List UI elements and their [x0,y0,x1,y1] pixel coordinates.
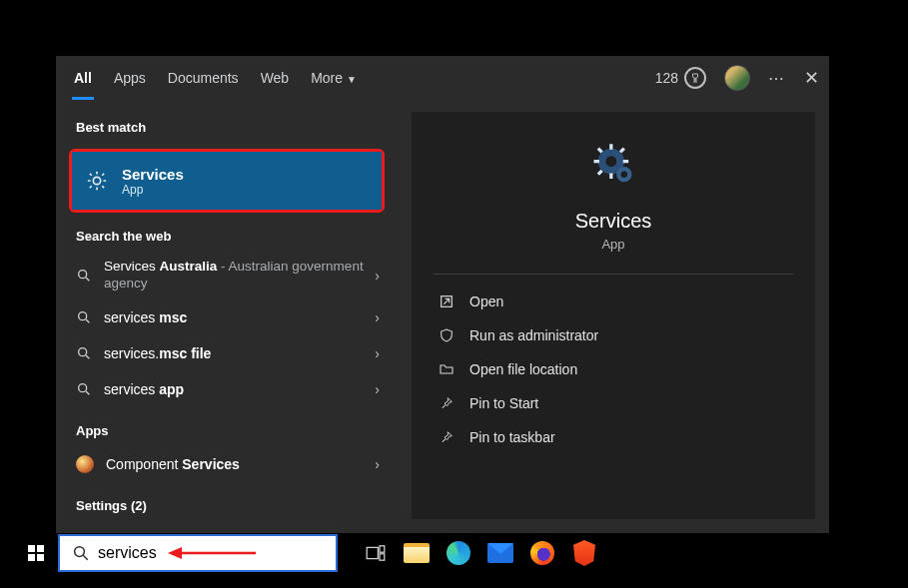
preview-title: Services [434,210,793,233]
tab-all[interactable]: All [74,66,92,90]
tab-documents[interactable]: Documents [168,66,239,90]
web-result[interactable]: Services Australia - Australian governme… [56,252,398,299]
svg-point-1 [79,312,87,320]
search-panel-body: Best match Services App Search the web [56,100,829,533]
close-icon[interactable]: ✕ [804,67,819,89]
taskbar-app-edge[interactable] [442,533,475,573]
web-result-pre: services [104,381,159,397]
file-explorer-icon [404,543,430,563]
action-run-admin-label: Run as administrator [469,327,598,343]
rewards-points[interactable]: 128 [655,67,706,89]
web-result-pre: Services [104,259,160,274]
pin-icon [438,395,455,411]
web-result-pre: services. [104,345,159,361]
tab-more[interactable]: More▼ [311,66,357,90]
tab-apps[interactable]: Apps [114,66,146,90]
account-avatar[interactable] [724,65,750,91]
best-match-result[interactable]: Services App [72,152,382,210]
action-pin-start-label: Pin to Start [469,395,538,411]
services-icon [86,170,108,192]
divider [434,274,793,275]
task-view-button[interactable] [356,533,396,573]
taskbar-pinned-apps [400,533,601,573]
taskbar-search-input[interactable] [98,544,324,562]
web-result-accent: msc file [159,345,211,361]
search-tabs-bar: All Apps Documents Web More▼ 128 ⋯ ✕ [56,56,829,100]
search-icon [76,309,92,325]
svg-point-3 [79,384,87,392]
taskbar-search-box[interactable] [58,534,338,572]
best-match-title: Services [122,166,184,183]
trophy-icon [684,67,706,89]
taskbar-app-brave[interactable] [567,533,601,573]
svg-point-7 [621,171,628,178]
tab-web[interactable]: Web [261,66,290,90]
svg-point-5 [605,156,616,167]
web-result[interactable]: services app › [56,371,398,407]
search-web-label: Search the web [56,213,398,252]
web-result-pre: services [104,309,159,325]
windows-search-panel: All Apps Documents Web More▼ 128 ⋯ ✕ Bes… [56,56,829,533]
action-open-file-location-label: Open file location [469,361,577,377]
search-icon [76,268,92,284]
task-view-icon [366,545,386,561]
web-result-label: services.msc file [104,345,378,361]
web-result-label: services app [104,381,378,397]
services-large-icon [587,140,639,192]
web-result[interactable]: services msc › [56,299,398,335]
taskbar-app-mail[interactable] [483,533,517,573]
windows-logo-icon [28,545,44,561]
svg-point-0 [79,271,87,279]
action-pin-to-start[interactable]: Pin to Start [434,386,793,420]
web-result-label: Services Australia - Australian governme… [104,259,378,293]
top-right-controls: 128 ⋯ ✕ [655,56,819,100]
svg-point-9 [75,547,85,557]
preview-card: Services App Open Run as administrator [412,112,815,519]
more-options-icon[interactable]: ⋯ [768,69,786,88]
svg-rect-11 [380,546,385,552]
preview-column: Services App Open Run as administrator [398,100,829,533]
best-match-subtitle: App [122,183,184,197]
action-open-label: Open [469,294,503,309]
action-run-as-administrator[interactable]: Run as administrator [434,318,793,352]
chevron-right-icon[interactable]: › [375,309,380,325]
chevron-right-icon[interactable]: › [375,268,380,284]
apps-section-label: Apps [56,407,398,446]
action-open-file-location[interactable]: Open file location [434,352,793,386]
app-result-component-services[interactable]: Component Services › [56,446,398,482]
search-icon [72,544,90,562]
taskbar-app-file-explorer[interactable] [400,533,434,573]
results-column: Best match Services App Search the web [56,100,398,533]
svg-rect-10 [367,547,378,558]
annotation-highlight: Services App [69,149,385,213]
action-pin-taskbar-label: Pin to taskbar [469,429,555,445]
app-result-label: Component Services [106,456,378,472]
action-open[interactable]: Open [434,285,793,318]
web-result-label: services msc [104,309,378,325]
start-button[interactable] [14,533,58,573]
folder-icon [438,361,455,377]
best-match-label: Best match [56,104,398,143]
rewards-points-value: 128 [655,70,678,86]
shield-icon [438,327,455,343]
settings-section-label[interactable]: Settings (2) [56,482,398,521]
web-result-accent: Australia [160,259,218,274]
edge-icon [447,541,470,565]
svg-point-2 [79,348,87,356]
search-icon [76,381,92,397]
web-result-accent: msc [159,309,187,325]
mail-icon [487,543,513,563]
best-match-texts: Services App [122,166,184,197]
chevron-right-icon[interactable]: › [375,381,380,397]
brave-icon [573,540,595,566]
chevron-right-icon[interactable]: › [375,345,380,361]
pin-icon [438,429,455,445]
taskbar-app-firefox[interactable] [525,533,559,573]
chevron-down-icon: ▼ [347,74,357,85]
web-result[interactable]: services.msc file › [56,335,398,371]
tab-more-label: More [311,70,343,86]
chevron-right-icon[interactable]: › [375,456,380,472]
taskbar [14,533,890,573]
open-icon [438,294,455,309]
action-pin-to-taskbar[interactable]: Pin to taskbar [434,420,793,454]
